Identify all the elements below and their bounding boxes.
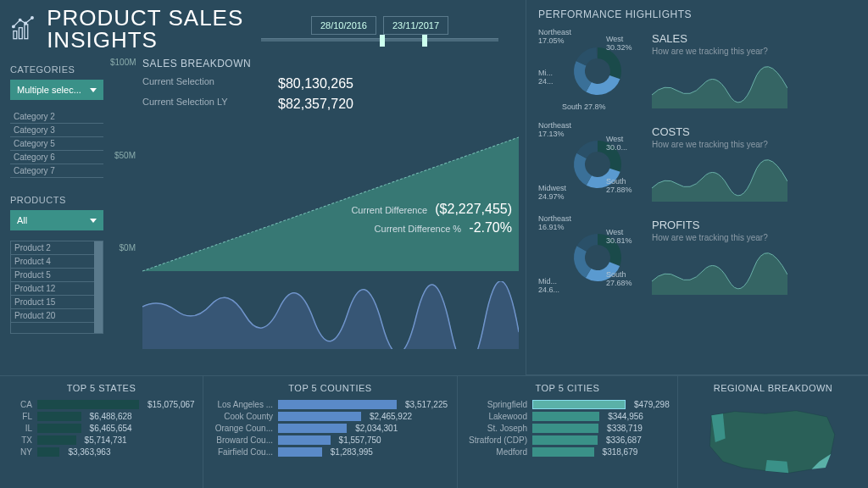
date-start[interactable]: 28/10/2016 <box>311 16 376 35</box>
svg-point-6 <box>31 17 34 19</box>
logo-icon <box>10 8 36 49</box>
variance-sparkline[interactable] <box>142 281 519 349</box>
diff-pct-value: -2.70% <box>469 220 512 235</box>
products-list[interactable]: Product 2Product 4Product 5Product 12Pro… <box>10 241 103 334</box>
bar-row[interactable]: Lakewood$344,956 <box>468 412 667 421</box>
svg-rect-1 <box>19 28 22 39</box>
bar-row[interactable]: IL$6,465,654 <box>10 424 192 433</box>
highlights-title: PERFORMANCE HIGHLIGHTS <box>538 8 856 20</box>
bar-row[interactable]: CA$15,075,067 <box>10 400 192 409</box>
page-title: PRODUCT SALES INSIGHTS <box>47 7 251 51</box>
list-item[interactable]: Product 4 <box>11 255 103 269</box>
sparkline[interactable] <box>652 61 787 108</box>
bar-row[interactable]: Medford$318,679 <box>468 447 667 457</box>
products-label: PRODUCTS <box>10 195 125 205</box>
sales-area-chart[interactable] <box>142 120 519 273</box>
donut-chart[interactable]: Northeast 16.91%West 30.81%Mid... 24.6..… <box>538 215 640 300</box>
bar-row[interactable]: Broward Cou...$1,557,750 <box>214 435 447 445</box>
categories-label: CATEGORIES <box>10 64 125 75</box>
bar-row[interactable]: Los Angeles ...$3,517,225 <box>214 400 447 409</box>
breakdown-title: SALES BREAKDOWN <box>142 58 519 69</box>
top-counties-title: TOP 5 COUNTIES <box>214 383 447 393</box>
bar-row[interactable]: Stratford (CDP)$336,687 <box>468 435 667 445</box>
svg-point-5 <box>25 22 27 25</box>
list-item[interactable]: Product 2 <box>11 241 103 255</box>
list-item[interactable]: Category 2 <box>10 110 103 124</box>
donut-chart[interactable]: Northeast 17.05%West 30.32%Mi... 24...So… <box>538 29 640 114</box>
diff-value: ($2,227,455) <box>435 202 512 216</box>
bar-row[interactable]: Orange Coun...$2,034,301 <box>214 424 447 433</box>
list-item[interactable]: Category 3 <box>10 124 103 137</box>
metric-name: PROFITS <box>652 219 856 231</box>
sparkline[interactable] <box>652 154 787 202</box>
date-end[interactable]: 23/11/2017 <box>383 16 448 35</box>
svg-point-3 <box>13 25 15 28</box>
bar-row[interactable]: Springfield$479,298 <box>468 400 667 409</box>
bar-row[interactable]: NY$3,363,963 <box>10 447 192 457</box>
list-item[interactable]: Category 5 <box>10 137 103 151</box>
sparkline[interactable] <box>652 247 787 295</box>
list-item[interactable]: Product 20 <box>11 309 103 323</box>
bar-row[interactable]: Fairfield Cou...$1,283,995 <box>214 447 447 457</box>
metric-name: SALES <box>652 32 856 45</box>
regional-title: REGIONAL BREAKDOWN <box>688 383 858 393</box>
donut-chart[interactable]: Northeast 17.13%West 30.0...Midwest 24.9… <box>538 122 640 207</box>
us-map[interactable] <box>688 400 858 485</box>
bar-row[interactable]: FL$6,488,628 <box>10 412 192 421</box>
chevron-down-icon <box>90 219 97 223</box>
list-item[interactable]: Product 5 <box>11 269 103 282</box>
chevron-down-icon <box>90 88 97 92</box>
products-dropdown[interactable]: All <box>10 210 103 230</box>
top-states-title: TOP 5 STATES <box>10 383 192 393</box>
categories-list[interactable]: Category 2Category 3Category 5Category 6… <box>10 110 103 178</box>
date-range-slider[interactable]: 28/10/2016 23/11/2017 <box>261 16 515 42</box>
list-item[interactable]: Category 7 <box>10 164 103 178</box>
categories-dropdown[interactable]: Multiple selec... <box>10 80 103 100</box>
bar-row[interactable]: TX$5,714,731 <box>10 435 192 445</box>
list-item[interactable]: Category 6 <box>10 151 103 164</box>
list-item[interactable]: Product 12 <box>11 282 103 296</box>
bar-row[interactable]: St. Joseph$338,719 <box>468 424 667 433</box>
svg-rect-2 <box>25 25 28 39</box>
bar-row[interactable]: Cook County$2,465,922 <box>214 412 447 421</box>
current-selection-value: $80,130,265 <box>278 76 353 92</box>
current-selection-ly-value: $82,357,720 <box>278 97 353 112</box>
svg-point-4 <box>19 19 21 21</box>
svg-rect-0 <box>14 31 17 39</box>
top-cities-title: TOP 5 CITIES <box>468 383 667 393</box>
list-item[interactable]: Product 15 <box>11 296 103 309</box>
metric-name: COSTS <box>652 125 856 138</box>
